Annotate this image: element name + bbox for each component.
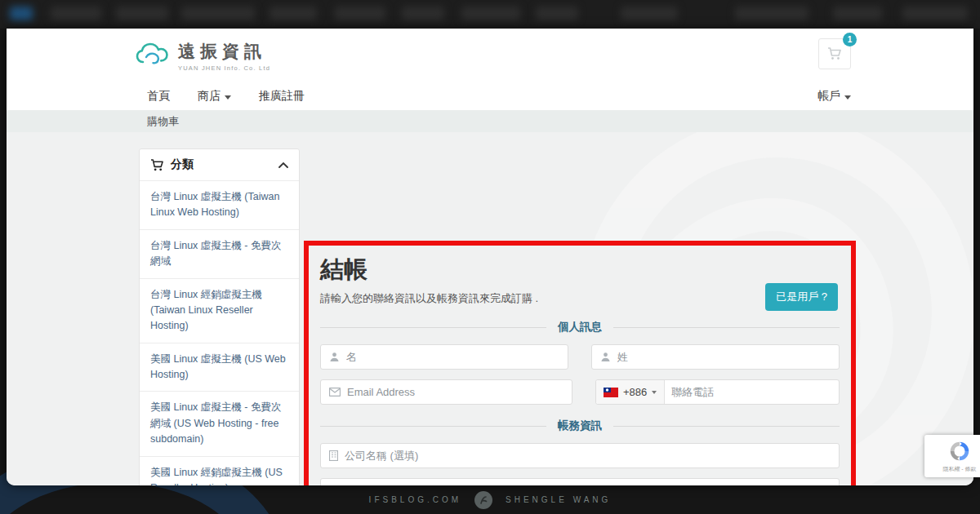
sidebar-title: 分類	[171, 157, 194, 172]
email-input[interactable]	[347, 386, 564, 398]
topbar-blur-item	[621, 7, 678, 20]
section-personal-info: 個人訊息	[320, 320, 840, 335]
phone-input[interactable]	[671, 386, 831, 398]
nav-store-dropdown[interactable]: 商店	[198, 89, 231, 104]
topbar-blur-item	[402, 7, 444, 20]
checkout-subtitle: 請輸入您的聯絡資訊以及帳務資訊來完成訂購 .	[320, 291, 840, 306]
user-icon	[329, 352, 340, 362]
category-sidebar: 分類 台灣 Linux 虛擬主機 (Taiwan Linux Web Hosti…	[139, 148, 300, 485]
cart-count-badge: 1	[843, 33, 857, 47]
webpage-window: 遠振資訊 YUAN JHEN Info. Co. Ltd 1 首頁 商店 推廣註…	[7, 29, 973, 485]
nav-affiliate-label: 推廣註冊	[259, 89, 305, 104]
footer-logo-icon	[474, 491, 492, 509]
sidebar-item-us-free-subdomain[interactable]: 美國 Linux 虛擬主機 - 免費次網域 (US Web Hosting - …	[140, 391, 299, 455]
site-logo[interactable]: 遠振資訊 YUAN JHEN Info. Co. Ltd	[135, 40, 270, 72]
cart-icon	[150, 159, 164, 171]
topbar-blur-item	[461, 7, 520, 20]
section-billing-info: 帳務資訊	[320, 419, 840, 433]
sidebar-item-us-hosting[interactable]: 美國 Linux 虛擬主機 (US Web Hosting)	[140, 343, 299, 392]
existing-user-button[interactable]: 已是用戶 ?	[765, 283, 838, 311]
nav-account-dropdown[interactable]: 帳戶	[817, 89, 851, 104]
first-name-field[interactable]	[320, 344, 568, 370]
topbar-blur-item	[735, 7, 808, 20]
sidebar-item-us-reseller[interactable]: 美國 Linux 經銷虛擬主機 (US Reseller Hosting)	[140, 456, 299, 486]
nav-account-label: 帳戶	[817, 89, 840, 104]
breadcrumb-current: 購物車	[147, 114, 179, 129]
page-content: 分類 台灣 Linux 虛擬主機 (Taiwan Linux Web Hosti…	[7, 132, 973, 485]
nav-store-label: 商店	[198, 89, 220, 104]
breadcrumb: 購物車	[7, 110, 973, 132]
section-personal-label: 個人訊息	[558, 320, 602, 335]
recaptcha-badge[interactable]: 隱私權 - 條款	[924, 435, 980, 477]
chevron-down-icon	[652, 391, 657, 394]
cart-icon	[827, 47, 842, 60]
recaptcha-icon	[947, 439, 972, 463]
footer-author-label: SHENGLE WANG	[506, 495, 611, 504]
checkout-title: 結帳	[320, 254, 840, 286]
taiwan-flag-icon	[604, 388, 618, 397]
recaptcha-terms-label: 隱私權 - 條款	[942, 465, 976, 473]
phone-field[interactable]: +886	[595, 379, 840, 405]
nav-home-label: 首頁	[147, 89, 170, 104]
last-name-field[interactable]	[591, 344, 840, 370]
email-field[interactable]	[320, 379, 572, 405]
topbar-blur-item	[902, 7, 968, 20]
building-icon	[329, 450, 338, 461]
user-icon	[600, 352, 611, 362]
last-name-input[interactable]	[617, 351, 831, 363]
divider-line	[613, 327, 840, 328]
topbar-blur-item	[270, 7, 317, 20]
cart-button[interactable]: 1	[818, 38, 851, 69]
topbar-blur-item	[536, 7, 578, 20]
chevron-down-icon	[844, 95, 851, 100]
chevron-up-icon	[278, 162, 288, 168]
section-billing-label: 帳務資訊	[558, 419, 602, 433]
company-input[interactable]	[345, 450, 831, 462]
sidebar-item-tw-reseller[interactable]: 台灣 Linux 經銷虛擬主機 (Taiwan Linux Reseller H…	[140, 278, 299, 343]
divider-line	[320, 327, 546, 328]
topbar-blur-item	[51, 7, 101, 20]
footer-credit: IFSBLOG.COM SHENGLE WANG	[0, 485, 980, 514]
checkout-form-highlighted: 結帳 請輸入您的聯絡資訊以及帳務資訊來完成訂購 . 已是用戶 ? 個人訊息	[304, 241, 856, 485]
logo-subtitle: YUAN JHEN Info. Co. Ltd	[178, 64, 270, 72]
browser-app-icon	[10, 7, 33, 20]
cloud-logo-icon	[135, 41, 171, 72]
address1-field[interactable]	[320, 478, 840, 485]
first-name-input[interactable]	[346, 351, 559, 363]
os-browser-topbar	[0, 0, 980, 29]
topbar-blur-item	[181, 7, 255, 20]
topbar-blur-item	[116, 7, 168, 20]
divider-line	[320, 426, 546, 427]
topbar-blur-item	[335, 7, 385, 20]
site-header: 遠振資訊 YUAN JHEN Info. Co. Ltd 1 首頁 商店 推廣註…	[7, 29, 973, 110]
footer-site-label: IFSBLOG.COM	[369, 495, 461, 504]
nav-affiliate[interactable]: 推廣註冊	[259, 89, 305, 104]
chevron-down-icon	[225, 95, 231, 100]
company-field[interactable]	[320, 443, 840, 468]
nav-home[interactable]: 首頁	[147, 89, 170, 104]
sidebar-header-toggle[interactable]: 分類	[140, 149, 299, 180]
topbar-blur-item	[833, 7, 882, 20]
main-nav: 首頁 商店 推廣註冊 帳戶	[147, 89, 851, 104]
sidebar-item-tw-linux-hosting[interactable]: 台灣 Linux 虛擬主機 (Taiwan Linux Web Hosting)	[140, 180, 299, 229]
phone-code-label: +886	[623, 386, 647, 398]
logo-title: 遠振資訊	[178, 40, 270, 63]
envelope-icon	[329, 388, 341, 397]
divider-line	[613, 426, 840, 427]
sidebar-item-tw-linux-free-subdomain[interactable]: 台灣 Linux 虛擬主機 - 免費次網域	[140, 229, 299, 278]
country-code-dropdown[interactable]: +886	[596, 380, 665, 404]
